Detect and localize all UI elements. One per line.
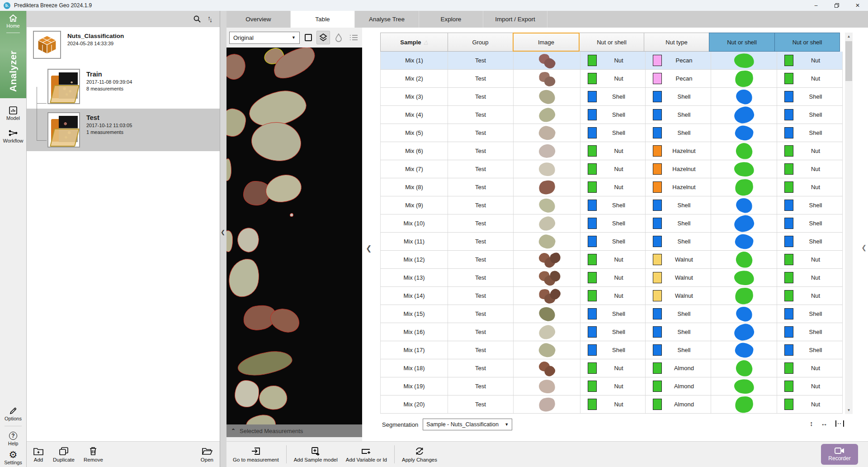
cell-classified-image[interactable] xyxy=(711,106,777,124)
cell-image[interactable] xyxy=(514,269,580,286)
cell-image[interactable] xyxy=(514,178,580,196)
cell-group[interactable]: Test xyxy=(448,106,514,124)
cell-classified-class[interactable]: Nut xyxy=(777,70,843,87)
column-header-nut-type[interactable]: Nut type xyxy=(644,33,709,52)
tree-item-test[interactable]: Test 2017-10-12 11:03:05 1 measurements xyxy=(47,112,132,148)
cell-group[interactable]: Test xyxy=(448,70,514,87)
cell-nut-or-shell[interactable]: Nut xyxy=(580,70,646,87)
cell-nut-type[interactable]: Hazelnut xyxy=(646,178,711,196)
cell-image[interactable] xyxy=(514,196,580,214)
cell-image[interactable] xyxy=(514,142,580,160)
cell-classified-class[interactable]: Shell xyxy=(777,323,843,341)
duplicate-button[interactable]: Duplicate xyxy=(53,447,75,462)
cell-sample[interactable]: Mix (8) xyxy=(380,178,448,196)
cell-sample[interactable]: Mix (18) xyxy=(380,359,448,377)
cell-classified-class[interactable]: Shell xyxy=(777,214,843,232)
cell-nut-or-shell[interactable]: Nut xyxy=(580,160,646,178)
cell-image[interactable] xyxy=(514,251,580,268)
cell-nut-or-shell[interactable]: Shell xyxy=(580,341,646,359)
tab-overview[interactable]: Overview xyxy=(226,11,291,28)
cell-nut-or-shell[interactable]: Nut xyxy=(580,287,646,305)
specimen-blob[interactable] xyxy=(236,348,294,379)
column-header-group[interactable]: Group xyxy=(448,33,513,52)
table-row[interactable]: Mix (16)TestShellShellShell xyxy=(380,323,843,341)
add-sample-model-button[interactable]: Add Sample model xyxy=(294,447,338,462)
cell-classified-class[interactable]: Nut xyxy=(777,52,843,69)
cell-classified-class[interactable]: Nut xyxy=(777,251,843,268)
table-row[interactable]: Mix (13)TestNutWalnutNut xyxy=(380,269,843,287)
scroll-thumb[interactable] xyxy=(845,41,852,81)
cell-nut-type[interactable]: Shell xyxy=(646,88,711,105)
cell-classified-image[interactable] xyxy=(711,70,777,87)
cell-group[interactable]: Test xyxy=(448,160,514,178)
table-row[interactable]: Mix (20)TestNutAlmondNut xyxy=(380,396,843,414)
cell-image[interactable] xyxy=(514,305,580,323)
cell-nut-or-shell[interactable]: Nut xyxy=(580,142,646,160)
cell-nut-type[interactable]: Walnut xyxy=(646,269,711,286)
cell-classified-image[interactable] xyxy=(711,160,777,178)
cell-image[interactable] xyxy=(514,233,580,250)
table-row[interactable]: Mix (17)TestShellShellShell xyxy=(380,341,843,359)
cell-classified-image[interactable] xyxy=(711,88,777,105)
cell-sample[interactable]: Mix (1) xyxy=(380,52,448,69)
cell-nut-type[interactable]: Shell xyxy=(646,323,711,341)
cell-group[interactable]: Test xyxy=(448,124,514,142)
cell-classified-image[interactable] xyxy=(711,377,777,395)
column-header-nut-or-shell[interactable]: Nut or shell xyxy=(774,33,840,52)
apply-changes-button[interactable]: Apply Changes xyxy=(402,447,437,462)
specimen-blob[interactable] xyxy=(262,170,305,208)
cell-classified-class[interactable]: Shell xyxy=(777,124,843,142)
remove-button[interactable]: Remove xyxy=(84,447,103,462)
cell-nut-type[interactable]: Shell xyxy=(646,233,711,250)
cell-image[interactable] xyxy=(514,124,580,142)
specimen-blob[interactable] xyxy=(226,230,233,252)
table-row[interactable]: Mix (10)TestShellShellShell xyxy=(380,214,843,233)
cell-sample[interactable]: Mix (9) xyxy=(380,196,448,214)
help-button[interactable]: ? Help xyxy=(8,431,19,446)
table-row[interactable]: Mix (9)TestShellShellShell xyxy=(380,196,843,214)
cell-nut-type[interactable]: Shell xyxy=(646,106,711,124)
column-width-icon[interactable]: ·· xyxy=(835,420,844,427)
cell-classified-image[interactable] xyxy=(711,396,777,413)
cell-nut-or-shell[interactable]: Nut xyxy=(580,359,646,377)
cell-nut-type[interactable]: Shell xyxy=(646,124,711,142)
cell-classified-image[interactable] xyxy=(711,196,777,214)
column-header-nut-or-shell[interactable]: Nut or shell xyxy=(709,33,775,52)
cell-nut-type[interactable]: Walnut xyxy=(646,287,711,305)
cell-sample[interactable]: Mix (13) xyxy=(380,269,448,286)
table-row[interactable]: Mix (11)TestShellShellShell xyxy=(380,233,843,251)
specimen-blob[interactable] xyxy=(226,50,250,83)
cell-group[interactable]: Test xyxy=(448,323,514,341)
cell-image[interactable] xyxy=(514,70,580,87)
cell-group[interactable]: Test xyxy=(448,305,514,323)
segmentation-select[interactable]: Sample - Nuts_Classification ▼ xyxy=(423,419,512,430)
table-row[interactable]: Mix (19)TestNutAlmondNut xyxy=(380,377,843,396)
tree-item-project[interactable]: Nuts_Classification 2024-05-28 14:33:39 xyxy=(33,31,124,59)
table-row[interactable]: Mix (8)TestNutHazelnutNut xyxy=(380,178,843,196)
add-button[interactable]: Add xyxy=(33,447,44,462)
cell-classified-class[interactable]: Nut xyxy=(777,142,843,160)
cell-group[interactable]: Test xyxy=(448,341,514,359)
cell-classified-image[interactable] xyxy=(711,323,777,341)
cell-group[interactable]: Test xyxy=(448,377,514,395)
open-button[interactable]: Open xyxy=(201,447,213,462)
column-header-sample[interactable]: Sample△ xyxy=(380,33,448,52)
table-row[interactable]: Mix (15)TestShellShellShell xyxy=(380,305,843,323)
cell-nut-or-shell[interactable]: Shell xyxy=(580,305,646,323)
cell-group[interactable]: Test xyxy=(448,52,514,69)
display-mode-select[interactable]: Original ▼ xyxy=(229,32,300,44)
cell-group[interactable]: Test xyxy=(448,287,514,305)
cell-sample[interactable]: Mix (16) xyxy=(380,323,448,341)
cell-nut-type[interactable]: Pecan xyxy=(646,70,711,87)
table-row[interactable]: Mix (1)TestNutPecanNut xyxy=(380,52,843,70)
cell-group[interactable]: Test xyxy=(448,269,514,286)
cell-classified-class[interactable]: Shell xyxy=(777,106,843,124)
selected-measurements-bar[interactable]: ⌃ Selected Measurements xyxy=(226,424,362,437)
cell-classified-image[interactable] xyxy=(711,359,777,377)
column-header-image[interactable]: Image xyxy=(513,33,580,52)
cell-nut-or-shell[interactable]: Shell xyxy=(580,233,646,250)
sort-icon[interactable]: ↑↓ xyxy=(208,15,212,23)
collapse-viewer-icon[interactable]: ❮ xyxy=(366,244,372,253)
collapse-right-icon[interactable]: ❮ xyxy=(861,244,867,251)
column-header-nut-or-shell[interactable]: Nut or shell xyxy=(579,33,644,52)
